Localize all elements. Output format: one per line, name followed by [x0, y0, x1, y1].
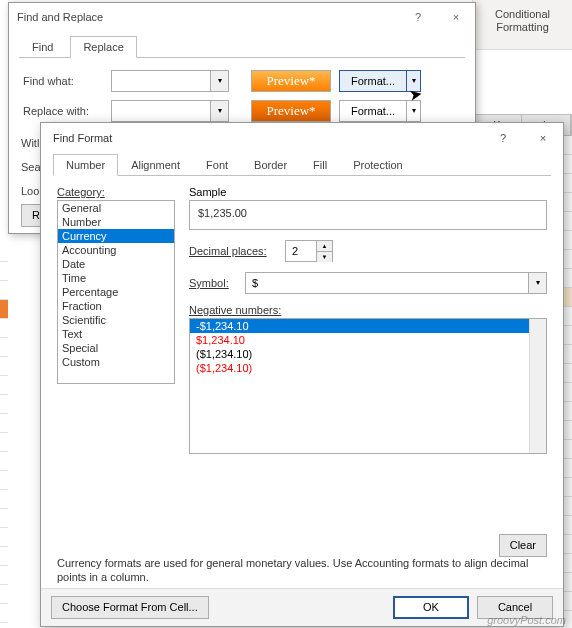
cat-text[interactable]: Text: [58, 327, 174, 341]
cat-percentage[interactable]: Percentage: [58, 285, 174, 299]
neg-item-1[interactable]: -$1,234.10: [190, 319, 546, 333]
find-what-label: Find what:: [23, 75, 111, 87]
dialog-title: Find Format ? ×: [41, 123, 563, 153]
cat-date[interactable]: Date: [58, 257, 174, 271]
chevron-down-icon[interactable]: ▾: [528, 273, 546, 293]
format-description: Currency formats are used for general mo…: [57, 556, 547, 585]
dialog-title: Find and Replace ? ×: [9, 3, 475, 31]
tab-number[interactable]: Number: [53, 154, 118, 176]
scrollbar[interactable]: [529, 319, 546, 453]
close-icon[interactable]: ×: [523, 123, 563, 153]
tab-fill[interactable]: Fill: [300, 154, 340, 176]
cat-custom[interactable]: Custom: [58, 355, 174, 369]
choose-format-from-cell-button[interactable]: Choose Format From Cell...: [51, 596, 209, 619]
left-strip: [0, 243, 8, 628]
replace-format-split: Format... ▾: [339, 100, 421, 122]
decimal-places-label: Decimal places:: [189, 245, 285, 257]
cat-fraction[interactable]: Fraction: [58, 299, 174, 313]
symbol-value: $: [252, 277, 258, 289]
find-replace-title: Find and Replace: [17, 11, 103, 23]
find-format-button[interactable]: Format...: [339, 70, 407, 92]
chevron-down-icon[interactable]: ▾: [210, 71, 228, 91]
cat-scientific[interactable]: Scientific: [58, 313, 174, 327]
cat-general[interactable]: General: [58, 201, 174, 215]
spin-up-icon[interactable]: ▲: [317, 241, 332, 252]
neg-item-2[interactable]: $1,234.10: [190, 333, 546, 347]
decimal-places-spinner[interactable]: 2 ▲▼: [285, 240, 333, 262]
replace-with-input[interactable]: ▾: [111, 100, 229, 122]
negative-numbers-list[interactable]: -$1,234.10 $1,234.10 ($1,234.10) ($1,234…: [189, 318, 547, 454]
find-what-input[interactable]: ▾: [111, 70, 229, 92]
symbol-select[interactable]: $ ▾: [245, 272, 547, 294]
tab-font[interactable]: Font: [193, 154, 241, 176]
spin-down-icon[interactable]: ▼: [317, 252, 332, 262]
find-replace-tabs: Find Replace: [19, 35, 465, 58]
find-format-title: Find Format: [53, 132, 112, 144]
close-icon[interactable]: ×: [437, 3, 475, 31]
clear-button[interactable]: Clear: [499, 534, 547, 557]
neg-item-3[interactable]: ($1,234.10): [190, 347, 546, 361]
format-tabs: Number Alignment Font Border Fill Protec…: [53, 153, 551, 176]
find-format-dialog: Find Format ? × Number Alignment Font Bo…: [40, 122, 564, 627]
replace-format-dropdown[interactable]: ▾: [407, 100, 421, 122]
find-format-split: Format... ▾: [339, 70, 421, 92]
help-icon[interactable]: ?: [399, 3, 437, 31]
replace-with-label: Replace with:: [23, 105, 111, 117]
symbol-label: Symbol:: [189, 277, 245, 289]
sample-value: $1,235.00: [189, 200, 547, 230]
cat-accounting[interactable]: Accounting: [58, 243, 174, 257]
tab-replace[interactable]: Replace: [70, 36, 136, 58]
sample-label: Sample: [189, 186, 547, 198]
neg-item-4[interactable]: ($1,234.10): [190, 361, 546, 375]
replace-preview-button[interactable]: Preview*: [251, 100, 331, 122]
tab-protection[interactable]: Protection: [340, 154, 416, 176]
conditional-formatting-label[interactable]: Conditional Formatting: [477, 8, 568, 34]
decimal-value: 2: [292, 245, 298, 257]
chevron-down-icon[interactable]: ▾: [210, 101, 228, 121]
cat-time[interactable]: Time: [58, 271, 174, 285]
negative-numbers-label: Negative numbers:: [189, 304, 547, 316]
cat-currency[interactable]: Currency: [58, 229, 174, 243]
replace-format-button[interactable]: Format...: [339, 100, 407, 122]
find-format-dropdown[interactable]: ▾: [407, 70, 421, 92]
help-icon[interactable]: ?: [483, 123, 523, 153]
tab-alignment[interactable]: Alignment: [118, 154, 193, 176]
ok-button[interactable]: OK: [393, 596, 469, 619]
ribbon-fragment: Conditional Formatting: [472, 0, 572, 50]
category-list[interactable]: General Number Currency Accounting Date …: [57, 200, 175, 384]
tab-find[interactable]: Find: [19, 36, 66, 58]
watermark: groovyPost.com: [487, 614, 566, 626]
cat-special[interactable]: Special: [58, 341, 174, 355]
find-preview-button[interactable]: Preview*: [251, 70, 331, 92]
cat-number[interactable]: Number: [58, 215, 174, 229]
tab-border[interactable]: Border: [241, 154, 300, 176]
